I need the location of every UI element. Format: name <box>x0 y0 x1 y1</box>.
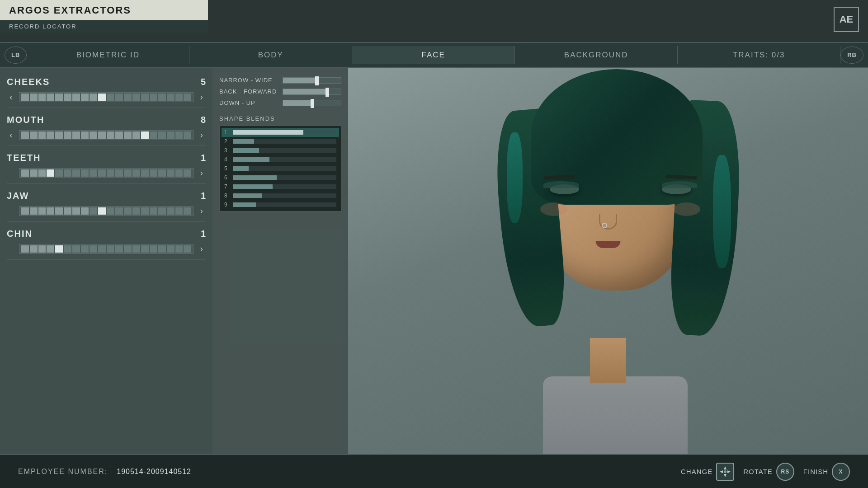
change-label: CHANGE <box>681 468 712 475</box>
teeth-right-arrow[interactable]: › <box>197 167 206 179</box>
cheeks-slider-row: ‹ › <box>7 91 206 103</box>
nav-right-button[interactable]: RB <box>840 47 863 64</box>
eye-makeup-right <box>662 181 697 188</box>
tab-background[interactable]: BACKGROUND <box>515 46 678 64</box>
back-forward-fill <box>283 89 328 94</box>
footer: EMPLOYEE NUMBER: 190514-2009140512 CHANG… <box>0 454 868 488</box>
finish-button[interactable]: X <box>832 463 850 481</box>
nose-ring <box>602 223 607 228</box>
app-title-text: ARGOS EXTRACTORS <box>9 5 131 16</box>
blend-row-5[interactable]: 5 <box>222 164 339 173</box>
blend-track-7 <box>233 184 336 189</box>
blend-row-6[interactable]: 6 <box>222 173 339 182</box>
footer-controls: CHANGE ROTATE RS FINISH X <box>681 463 850 481</box>
shape-blends-title: SHAPE BLENDS <box>219 115 341 122</box>
chin-slider-row: ‹ › <box>7 243 206 255</box>
jaw-slider-track[interactable] <box>19 206 194 216</box>
nav-left-button[interactable]: LB <box>5 47 27 64</box>
blend-track-5 <box>233 166 336 171</box>
character-portrait <box>348 68 868 454</box>
back-forward-slider[interactable] <box>283 89 341 95</box>
nav-tabs: LB BIOMETRIC ID BODY FACE BACKGROUND TRA… <box>0 43 868 68</box>
narrow-wide-fill <box>283 78 318 83</box>
cheeks-left-arrow[interactable]: ‹ <box>7 91 15 103</box>
blend-row-3[interactable]: 3 <box>222 146 339 155</box>
mouth-slider-track[interactable] <box>19 130 194 140</box>
blend-num-2: 2 <box>224 138 231 145</box>
mouth-slider-row: ‹ › <box>7 129 206 141</box>
jaw-right-arrow[interactable]: › <box>197 205 206 217</box>
change-control: CHANGE <box>681 463 734 481</box>
feature-mouth: MOUTH 8 ‹ › <box>7 115 206 146</box>
mouth-left-arrow[interactable]: ‹ <box>7 129 15 141</box>
feature-teeth: TEETH 1 ‹ › <box>7 153 206 184</box>
tab-body[interactable]: BODY <box>189 46 352 64</box>
svg-marker-3 <box>727 470 731 473</box>
down-up-fill <box>283 100 313 106</box>
blend-track-8 <box>233 193 336 198</box>
blend-track-1 <box>233 130 336 135</box>
blend-row-4[interactable]: 4 <box>222 155 339 164</box>
hair-streak-2 <box>713 155 731 268</box>
down-up-slider[interactable] <box>283 100 341 106</box>
svg-marker-0 <box>724 466 726 469</box>
blend-num-7: 7 <box>224 183 231 190</box>
cheek-highlight-left <box>540 202 567 216</box>
eye-makeup-left <box>543 181 579 188</box>
chin-right-arrow[interactable]: › <box>197 243 206 255</box>
blend-track-9 <box>233 202 336 207</box>
employee-number: 190514-2009140512 <box>117 468 191 476</box>
rotate-label: ROTATE <box>743 468 773 475</box>
blend-num-4: 4 <box>224 156 231 163</box>
blend-num-6: 6 <box>224 174 231 181</box>
blend-fill-7 <box>233 184 273 189</box>
blend-fill-5 <box>233 166 249 171</box>
narrow-wide-handle <box>315 76 319 85</box>
finish-control: FINISH X <box>803 463 850 481</box>
feature-jaw-header: JAW 1 <box>7 191 206 201</box>
chin-slider-track[interactable] <box>19 244 194 254</box>
back-forward-label: BACK - FORWARD <box>219 88 278 95</box>
adjustments-section: NARROW - WIDE BACK - FORWARD DOWN <box>219 77 341 106</box>
rotate-button[interactable]: RS <box>776 463 794 481</box>
cheeks-right-arrow[interactable]: › <box>197 91 206 103</box>
tab-biometric[interactable]: BIOMETRIC ID <box>27 46 189 64</box>
feature-jaw: JAW 1 ‹ › <box>7 191 206 222</box>
cheeks-slider-track[interactable] <box>19 92 194 102</box>
header: ARGOS EXTRACTORS RECORD LOCATOR AE <box>0 0 868 43</box>
feature-teeth-header: TEETH 1 <box>7 153 206 163</box>
blend-row-7[interactable]: 7 <box>222 182 339 191</box>
jaw-label: JAW <box>7 191 29 201</box>
blend-track-6 <box>233 175 336 180</box>
neck <box>590 338 626 383</box>
cheeks-value: 5 <box>201 77 206 87</box>
main-area: CHEEKS 5 ‹ › MOUTH 8 ‹ › <box>0 68 868 454</box>
mouth-feature <box>596 241 621 248</box>
blend-num-9: 9 <box>224 202 231 208</box>
blend-row-1[interactable]: 1 <box>222 128 339 137</box>
blend-row-2[interactable]: 2 <box>222 137 339 146</box>
narrow-wide-slider[interactable] <box>283 77 341 84</box>
blend-track-4 <box>233 157 336 162</box>
blend-row-8[interactable]: 8 <box>222 191 339 200</box>
record-locator: RECORD LOCATOR <box>0 20 208 33</box>
teeth-left-arrow: ‹ <box>7 167 15 179</box>
blend-fill-8 <box>233 193 262 198</box>
jaw-slider-row: ‹ › <box>7 205 206 217</box>
mouth-value: 8 <box>201 115 206 125</box>
cheek-highlight-right <box>673 202 700 216</box>
tab-face[interactable]: FACE <box>352 46 515 64</box>
adjust-narrow-wide: NARROW - WIDE <box>219 77 341 84</box>
blend-row-9[interactable]: 9 <box>222 200 339 209</box>
svg-marker-2 <box>720 470 723 473</box>
tab-traits[interactable]: TRAITS: 0/3 <box>678 46 840 64</box>
cheeks-label: CHEEKS <box>7 77 50 87</box>
change-button[interactable] <box>716 463 734 481</box>
teeth-slider-row: ‹ › <box>7 167 206 179</box>
blend-num-3: 3 <box>224 147 231 154</box>
teeth-slider-track[interactable] <box>19 168 194 178</box>
teeth-label: TEETH <box>7 153 41 163</box>
mouth-right-arrow[interactable]: › <box>197 129 206 141</box>
blend-track-3 <box>233 148 336 153</box>
mouth-label: MOUTH <box>7 115 44 125</box>
